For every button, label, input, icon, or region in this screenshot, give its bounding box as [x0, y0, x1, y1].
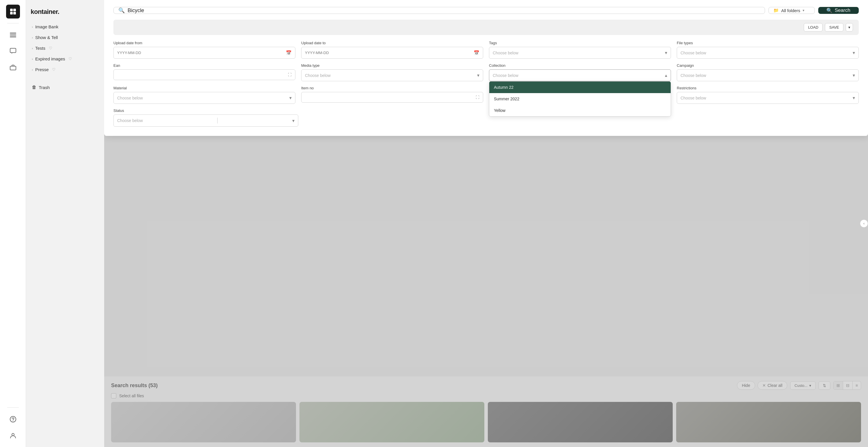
material-input[interactable]: Choose below ▾ — [114, 92, 296, 104]
sidebar-bottom — [6, 405, 20, 442]
campaign-group: Campaign Choose below ▾ — [677, 63, 859, 81]
sidebar-item-image-bank[interactable]: › Image Bank — [26, 22, 104, 32]
form-grid-row2: Ean ⛶ Media type Choose below ▾ Collecti… — [114, 63, 859, 81]
collapse-toggle[interactable]: ‹ — [860, 219, 868, 228]
sidebar-item-show-tell[interactable]: › Show & Tell — [26, 32, 104, 43]
status-group: Status Choose below ▾ — [114, 108, 298, 127]
form-grid-row4: Status Choose below ▾ — [114, 108, 859, 127]
sidebar-item-expired-images[interactable]: › Expired images ♡ — [26, 54, 104, 64]
sidebar-item-trash[interactable]: 🗑 Trash — [26, 82, 104, 93]
material-placeholder: Choose below — [117, 96, 143, 100]
upload-date-to-field[interactable] — [305, 51, 472, 55]
chevron-down-icon: ▾ — [852, 72, 855, 78]
chevron-down-icon: ▾ — [852, 95, 855, 101]
chevron-icon: › — [32, 46, 33, 50]
search-input[interactable] — [128, 7, 760, 13]
tags-input[interactable]: Choose below ▾ — [489, 47, 671, 59]
upload-date-to-group: Upload date to 📅 — [301, 41, 483, 59]
restrictions-group: Restrictions Choose below ▾ — [677, 86, 859, 104]
svg-rect-7 — [10, 48, 16, 53]
restrictions-label: Restrictions — [677, 86, 859, 90]
media-type-group: Media type Choose below ▾ — [301, 63, 483, 81]
chevron-down-icon: ▾ — [852, 50, 855, 56]
folder-label: All folders — [781, 8, 800, 13]
status-placeholder: Choose below — [117, 118, 143, 123]
file-types-group: File types Choose below ▾ — [677, 41, 859, 59]
restrictions-placeholder: Choose below — [681, 96, 706, 100]
search-input-wrapper: 🔍 — [114, 7, 765, 14]
ean-group: Ean ⛶ — [114, 63, 296, 81]
file-types-input[interactable]: Choose below ▾ — [677, 47, 859, 59]
expand-icon: ⛶ — [476, 95, 479, 99]
campaign-input[interactable]: Choose below ▾ — [677, 69, 859, 81]
calendar-icon: 📅 — [286, 50, 292, 56]
sidebar-item-tests[interactable]: › Tests ♡ — [26, 43, 104, 54]
svg-rect-4 — [10, 33, 16, 34]
search-bar: 🔍 📁 All folders ▾ 🔍 Search — [114, 7, 859, 14]
search-btn-icon: 🔍 — [826, 7, 832, 13]
item-no-input[interactable]: ⛶ — [301, 92, 483, 103]
ean-label: Ean — [114, 63, 296, 68]
favorite-icon: ♡ — [69, 57, 72, 61]
file-types-label: File types — [677, 41, 859, 45]
upload-date-to-input[interactable]: 📅 — [301, 47, 483, 59]
collection-option-autumn22[interactable]: Autumn 22 — [489, 82, 671, 93]
sidebar — [0, 0, 26, 447]
restrictions-input[interactable]: Choose below ▾ — [677, 92, 859, 104]
sidebar-item-label: Show & Tell — [35, 35, 58, 40]
sidebar-icon-chat[interactable] — [6, 44, 20, 58]
chevron-icon: › — [32, 25, 33, 29]
sidebar-icon-list[interactable] — [6, 28, 20, 42]
svg-point-10 — [13, 421, 13, 421]
media-type-label: Media type — [301, 63, 483, 68]
load-button[interactable]: LOAD — [804, 23, 823, 32]
svg-rect-1 — [13, 9, 16, 11]
sidebar-icon-user[interactable] — [6, 428, 20, 442]
collection-label: Collection — [489, 63, 671, 68]
svg-rect-5 — [10, 35, 16, 36]
collection-option-yellow[interactable]: Yellow — [489, 105, 671, 116]
upload-date-from-group: Upload date from 📅 — [114, 41, 296, 59]
svg-rect-0 — [10, 9, 13, 11]
sidebar-item-label: Image Bank — [35, 24, 58, 29]
chevron-icon: › — [32, 68, 33, 71]
sidebar-icon-help[interactable] — [6, 412, 20, 426]
status-input[interactable]: Choose below ▾ — [114, 115, 298, 127]
sidebar-divider-2 — [7, 407, 19, 408]
ean-input[interactable]: ⛶ — [114, 69, 296, 80]
status-label: Status — [114, 108, 298, 113]
main-content: 🔍 📁 All folders ▾ 🔍 Search LOAD SAVE ▾ U… — [104, 0, 868, 447]
sidebar-icon-briefcase[interactable] — [6, 60, 20, 74]
collection-placeholder: Choose below — [493, 73, 519, 78]
upload-date-from-label: Upload date from — [114, 41, 296, 45]
save-chevron-button[interactable]: ▾ — [846, 23, 853, 32]
ean-field[interactable] — [117, 72, 286, 77]
collection-option-summer2022[interactable]: Summer 2022 — [489, 93, 671, 105]
sidebar-icon-grid[interactable] — [6, 5, 20, 19]
folder-selector[interactable]: 📁 All folders ▾ — [769, 7, 815, 14]
upload-date-to-label: Upload date to — [301, 41, 483, 45]
chevron-down-icon: ▾ — [803, 8, 804, 12]
file-types-placeholder: Choose below — [681, 51, 706, 55]
svg-rect-8 — [10, 66, 16, 70]
tags-placeholder: Choose below — [493, 51, 519, 55]
chevron-icon: › — [32, 36, 33, 39]
item-no-label: Item no — [301, 86, 483, 90]
item-no-field[interactable] — [305, 95, 474, 99]
collection-input[interactable]: Choose below ▴ — [489, 69, 671, 81]
sidebar-item-label: Tests — [35, 46, 45, 51]
calendar-icon: 📅 — [474, 50, 479, 56]
left-nav: kontainer. › Image Bank › Show & Tell › … — [26, 0, 104, 447]
upload-date-from-field[interactable] — [117, 51, 284, 55]
media-type-input[interactable]: Choose below ▾ — [301, 69, 483, 81]
item-no-group: Item no ⛶ — [301, 86, 483, 104]
form-grid-row3: Material Choose below ▾ Item no ⛶ Restri… — [114, 86, 859, 104]
save-button[interactable]: SAVE — [825, 23, 843, 32]
filter-bar: LOAD SAVE ▾ — [114, 20, 859, 35]
sidebar-item-presse[interactable]: › Presse ♡ — [26, 64, 104, 75]
media-type-placeholder: Choose below — [305, 73, 331, 78]
upload-date-from-input[interactable]: 📅 — [114, 47, 296, 59]
search-button[interactable]: 🔍 Search — [818, 7, 859, 14]
sidebar-item-label: Presse — [35, 67, 49, 72]
form-grid-row1: Upload date from 📅 Upload date to 📅 Tags… — [114, 41, 859, 59]
